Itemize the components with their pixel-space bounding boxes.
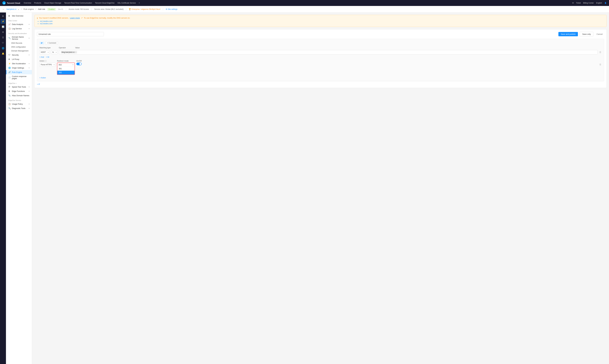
save-publish-button[interactable]: Save and publish (558, 32, 578, 36)
if-label-row: IF + Comment (40, 41, 602, 45)
nav-plus[interactable]: + (139, 2, 140, 4)
nav-trtc[interactable]: Tencent Real-Time Communication (64, 2, 92, 4)
sidebar-custom-response[interactable]: 📄 Custom response pages (6, 74, 32, 81)
nav-products[interactable]: Products (34, 2, 41, 4)
sidebar-data-analysis-label: Data Analysis (12, 23, 27, 26)
service-area: Service area: Global (MLC excluded) (94, 8, 123, 10)
dns-arrow: ▾ (29, 37, 29, 39)
add-if-link[interactable]: + IF (37, 83, 40, 85)
warning-banner: ℹ You haven't modified DNS servers. Lear… (34, 15, 607, 27)
option-301[interactable]: 301 (57, 67, 75, 71)
or-link[interactable]: + Or (46, 56, 49, 58)
warning-header: ℹ You haven't modified DNS servers. Lear… (37, 17, 604, 19)
sidebar-security[interactable]: 🛡 Security ▾ (6, 53, 32, 57)
sidebar-security-label: Security (12, 54, 27, 56)
policy-arrow: ▾ (29, 103, 29, 105)
sidebar-site-overview[interactable]: ⊞ Site Overview (6, 14, 32, 18)
action-select[interactable]: Force HTTPS (40, 63, 55, 67)
add-action-link[interactable]: + Action (40, 77, 46, 79)
operator-select[interactable]: Is (51, 50, 58, 54)
site-name[interactable]: barrytest.cc (7, 8, 16, 10)
nav-overview[interactable]: Overview (24, 2, 31, 4)
rule-name-input[interactable] (37, 32, 104, 36)
matching-type-select[interactable]: HOST (40, 50, 50, 54)
sidebar-site-acceleration-label: Site Acceleration (12, 63, 27, 65)
sidebar-custom-response-label: Custom response pages (12, 75, 29, 79)
log-service-arrow: ▾ (29, 28, 29, 29)
nav-ssl[interactable]: SSL Certificate Service (117, 2, 136, 4)
nav-cos[interactable]: Cloud Object Storage (44, 2, 61, 4)
sidebar-site-acceleration[interactable]: ⚡ Site Acceleration ▾ (6, 61, 32, 66)
operator-wrap[interactable]: Is (51, 50, 58, 54)
toggle-col: On/Off (76, 60, 82, 65)
action-select-wrap[interactable]: Force HTTPS (40, 63, 55, 67)
data-analysis-icon: 📈 (8, 23, 11, 26)
ticket-link[interactable]: Ticket (576, 2, 581, 4)
cancel-button[interactable]: Cancel (595, 32, 604, 36)
main-content: ℹ You haven't modified DNS servers. Lear… (32, 13, 609, 364)
nav-edgeone[interactable]: Tencent Cloud EdgeOne (95, 2, 114, 4)
data-analysis-arrow: ▾ (29, 24, 29, 25)
iconbar-gear[interactable]: ⚙ (0, 30, 5, 35)
breadcrumb-add-rule: Add rule (38, 8, 45, 10)
language-selector[interactable]: English (596, 2, 602, 4)
top-nav-right: ✉ Ticket Billing Center English 👤 (572, 2, 607, 4)
iconbar-bell[interactable]: 🔔 (0, 51, 5, 56)
site-chevron[interactable]: ⌄ (18, 8, 19, 10)
breadcrumb-rule-engine[interactable]: Rule engine (24, 8, 34, 10)
if-badge: IF (40, 42, 44, 44)
divider-4: | (163, 8, 163, 10)
value-input[interactable]: blog.barrytest.cc × (59, 50, 598, 54)
sidebar-diagnostic-tools[interactable]: 🔍 Diagnostic Tools ▾ (6, 106, 32, 110)
iconbar-list[interactable]: ☰ (0, 35, 5, 40)
sidebar-usage-policy[interactable]: 📋 Usage Policy ▾ (6, 102, 32, 106)
sidebar-dns-configuration[interactable]: DNS configuration (6, 45, 32, 49)
functions-arrow: ▾ (29, 91, 29, 92)
iconbar-globe[interactable]: 🌐 (0, 46, 5, 51)
redirect-mode-dropdown[interactable]: 302 ▾ 301 302 (57, 63, 75, 75)
user-avatar[interactable]: 👤 (604, 2, 607, 4)
sidebar-l4-proxy[interactable]: ⚙ L4 Proxy (6, 57, 32, 61)
sidebar-dns-records[interactable]: DNS Records (6, 41, 32, 45)
sidebar-speed-test-tools[interactable]: ⏱ Speed Test Tools ▾ (6, 85, 32, 89)
comment-button[interactable]: + Comment (45, 41, 58, 45)
on-off-toggle[interactable] (76, 63, 82, 65)
sidebar-data-analysis[interactable]: 📈 Data Analysis ▾ (6, 22, 32, 26)
security-icon: 🛡 (8, 54, 11, 56)
matching-type-wrap[interactable]: HOST (40, 50, 50, 54)
option-302[interactable]: 302 (57, 71, 75, 75)
add-if-row: + IF (37, 83, 604, 85)
learn-more-link[interactable]: Learn more (70, 17, 80, 19)
save-only-button[interactable]: Save only (580, 32, 593, 37)
redirect-mode-selected[interactable]: 302 ▾ (57, 63, 75, 67)
back-button[interactable]: ← (2, 8, 5, 11)
sidebar-rule-engine[interactable]: 🔗 Rule Engine (6, 70, 32, 74)
if-block: IF + Comment Matching type Operator Valu… (37, 39, 604, 81)
and-link[interactable]: + And (40, 56, 44, 58)
sidebar-alias-domain-names[interactable]: 📎 Alias Domain Names (6, 93, 32, 98)
operator-header: Operator (59, 47, 74, 49)
mail-icon[interactable]: ✉ (572, 2, 574, 4)
site-settings-link[interactable]: ⚙ Site settings (166, 8, 177, 10)
value-tag-text: blog.barrytest.cc (62, 51, 75, 53)
iconbar-rule[interactable]: ⚡ (0, 19, 5, 24)
sidebar-origin-settings[interactable]: 🌐 Origin Settings ▾ (6, 66, 32, 70)
condition-delete-icon[interactable]: 🗑 (599, 51, 602, 53)
action-delete-icon[interactable]: 🗑 (599, 63, 602, 66)
sidebar-domain-management[interactable]: Domain Management (6, 49, 32, 53)
iconbar-home[interactable]: ⊞ (0, 14, 5, 18)
iconbar-chart[interactable]: 📊 (0, 24, 5, 29)
sidebar-log-service[interactable]: 📋 Log Service ▾ (6, 26, 32, 31)
warning-icon: ℹ (37, 17, 38, 19)
value-tag-close[interactable]: × (75, 51, 76, 53)
on-off-header: On/Off (76, 60, 82, 62)
sidebar-domain-name-service[interactable]: 🔧 Domain Name Service ▾ (6, 35, 32, 41)
diag-icon: 🔍 (8, 107, 11, 109)
sidebar-edge-functions[interactable]: ⚙ Edge Functions ▾ (6, 89, 32, 93)
action-col: Action ⓘ Force HTTPS (40, 60, 55, 67)
iconbar-shield[interactable]: 🛡 (0, 40, 5, 45)
custom-icon: 📄 (8, 77, 11, 79)
billing-center-link[interactable]: Billing Center (583, 2, 594, 4)
diag-arrow: ▾ (29, 107, 29, 109)
logo-text: Tencent Cloud (7, 2, 20, 4)
